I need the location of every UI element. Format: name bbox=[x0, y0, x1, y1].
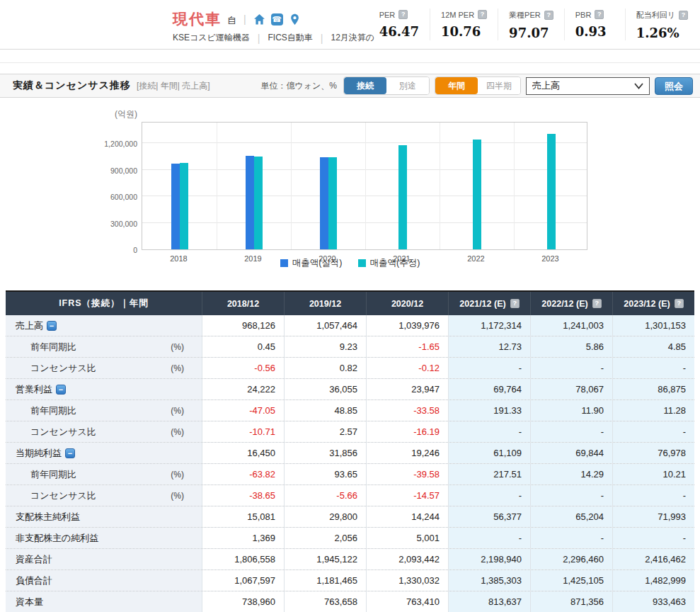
help-icon[interactable]: ? bbox=[510, 299, 520, 308]
chart-legend: 매출액(실적)매출액(추정) bbox=[0, 257, 700, 269]
table-cell: - bbox=[448, 421, 530, 442]
stock-header: 現代車 自 | ☎ KSEコスピ運輸機器 | FICS自動車 | 12月決算の … bbox=[0, 0, 700, 50]
table-cell: 29,800 bbox=[284, 506, 366, 527]
table-cell: 1,172,314 bbox=[448, 315, 530, 336]
chart-unit-label: (억원) bbox=[115, 108, 137, 120]
toggle-consolidated[interactable]: 接続 bbox=[344, 77, 386, 94]
bar-estimate bbox=[547, 134, 556, 249]
table-cell: 9.23 bbox=[284, 336, 366, 357]
metric-select-value: 売上高 bbox=[532, 79, 560, 92]
table-header-column: 2019/12 bbox=[284, 292, 366, 315]
legend-label: 매출액(추정) bbox=[370, 257, 420, 269]
divider: | bbox=[243, 13, 246, 25]
table-cell: 86,875 bbox=[612, 379, 694, 400]
percent-unit: (%) bbox=[171, 427, 184, 437]
table-cell: 14,244 bbox=[366, 506, 448, 527]
help-icon[interactable]: ? bbox=[675, 299, 684, 308]
help-icon[interactable]: ? bbox=[679, 11, 688, 20]
row-label: コンセンサス比(%) bbox=[6, 358, 202, 378]
collapse-icon[interactable]: − bbox=[56, 385, 66, 395]
query-button[interactable]: 照会 bbox=[655, 77, 693, 95]
table-cell: 1,806,558 bbox=[202, 549, 284, 570]
bar-estimate bbox=[180, 163, 188, 249]
table-cell: 69,764 bbox=[448, 379, 530, 400]
help-icon[interactable]: ? bbox=[592, 299, 602, 308]
toggle-separate[interactable]: 別途 bbox=[386, 77, 429, 94]
table-cell: 763,658 bbox=[284, 591, 366, 612]
table-row: 前年同期比(%)-63.8293.65-39.58217.5114.2910.2… bbox=[6, 464, 694, 485]
table-cell: - bbox=[530, 485, 612, 506]
table-cell: -14.57 bbox=[366, 485, 448, 506]
legend-swatch bbox=[358, 259, 366, 267]
table-cell: 24,222 bbox=[202, 379, 284, 400]
help-icon[interactable]: ? bbox=[398, 10, 408, 19]
table-cell: 61,109 bbox=[448, 443, 530, 463]
basis-toggle-group: 接続 別途 bbox=[343, 76, 430, 95]
percent-unit: (%) bbox=[171, 342, 184, 352]
row-label: 前年同期比(%) bbox=[6, 464, 202, 484]
bar-estimate bbox=[254, 157, 263, 249]
row-label: 支配株主純利益 bbox=[6, 506, 202, 527]
toggle-quarterly[interactable]: 四半期 bbox=[478, 77, 520, 94]
toggle-annual[interactable]: 年間 bbox=[435, 77, 478, 94]
metric-select[interactable]: 売上高 bbox=[526, 77, 650, 95]
table-cell: 2,056 bbox=[284, 528, 366, 548]
table-cell: 56,377 bbox=[448, 506, 530, 527]
table-header-label: IFRS（接続）｜年間 bbox=[6, 292, 202, 315]
row-label: 前年同期比(%) bbox=[6, 400, 202, 421]
table-row: コンセンサス比(%)-0.560.82-0.12--- bbox=[6, 358, 694, 379]
percent-unit: (%) bbox=[171, 406, 184, 416]
help-icon[interactable]: ? bbox=[544, 11, 553, 20]
chart-plot-area bbox=[142, 122, 587, 250]
table-cell: 1,181,465 bbox=[284, 570, 366, 591]
row-label: コンセンサス比(%) bbox=[6, 421, 202, 442]
table-cell: - bbox=[612, 528, 694, 548]
table-cell: -63.82 bbox=[202, 464, 284, 484]
location-icon[interactable] bbox=[289, 13, 301, 26]
valuation-stats: PER? 46.47 12M PER? 10.76 業種PER? 97.07 P… bbox=[369, 8, 699, 40]
stock-name: 現代車 bbox=[173, 9, 222, 29]
home-icon[interactable] bbox=[253, 13, 265, 26]
table-cell: - bbox=[448, 358, 530, 378]
table-cell: -0.12 bbox=[366, 358, 448, 378]
table-cell: 36,055 bbox=[284, 379, 366, 400]
table-cell: 1,482,999 bbox=[612, 570, 694, 591]
collapse-icon[interactable]: − bbox=[47, 321, 57, 331]
legend-item: 매출액(추정) bbox=[358, 257, 420, 269]
table-cell: 1,945,122 bbox=[284, 549, 366, 570]
table-cell: - bbox=[530, 421, 612, 442]
phone-icon[interactable]: ☎ bbox=[271, 13, 283, 26]
section-title: 実績＆コンセンサス推移 bbox=[13, 79, 131, 92]
table-cell: 813,637 bbox=[448, 591, 530, 612]
help-icon[interactable]: ? bbox=[478, 10, 487, 19]
breadcrumb-industry[interactable]: FICS自動車 bbox=[268, 32, 313, 44]
table-cell: 1,241,003 bbox=[530, 315, 612, 336]
table-header-column: 2018/12 bbox=[202, 292, 284, 315]
table-cell: -16.19 bbox=[366, 421, 448, 442]
bar-estimate bbox=[328, 157, 337, 249]
table-cell: -0.56 bbox=[202, 358, 284, 378]
stat-industry-per: 業種PER? 97.07 bbox=[498, 8, 564, 40]
y-axis-tick: 1,200,000 bbox=[95, 140, 137, 148]
row-label: 非支配株主の純利益 bbox=[6, 528, 202, 548]
table-cell: 15,081 bbox=[202, 506, 284, 527]
stat-12m-per: 12M PER? 10.76 bbox=[430, 8, 498, 40]
financials-table: IFRS（接続）｜年間2018/122019/122020/122021/12 … bbox=[6, 290, 694, 612]
stat-label: 配当利回リ bbox=[636, 10, 675, 21]
breadcrumb-sector[interactable]: KSEコスピ運輸機器 bbox=[173, 32, 250, 44]
table-row: 資本量738,960763,658763,410813,637871,35693… bbox=[6, 591, 694, 612]
table-cell: 2,198,940 bbox=[448, 549, 530, 570]
table-cell: 1,067,597 bbox=[202, 570, 284, 591]
table-cell: 11.90 bbox=[530, 400, 612, 421]
table-cell: - bbox=[612, 421, 694, 442]
percent-unit: (%) bbox=[171, 470, 184, 480]
bar-actual bbox=[171, 164, 180, 249]
collapse-icon[interactable]: − bbox=[65, 448, 75, 458]
row-label: 資本量 bbox=[6, 591, 202, 612]
help-icon[interactable]: ? bbox=[595, 10, 604, 19]
row-label: 負債合計 bbox=[6, 570, 202, 591]
table-cell: 11.28 bbox=[612, 400, 694, 421]
row-label: 当期純利益− bbox=[6, 443, 202, 463]
table-cell: 23,947 bbox=[366, 379, 448, 400]
stat-label: 12M PER bbox=[441, 11, 474, 19]
